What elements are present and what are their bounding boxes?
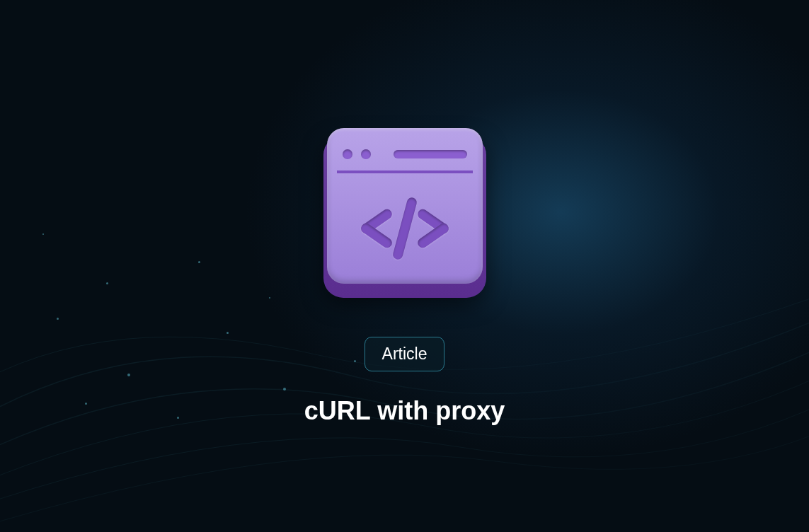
category-badge: Article: [365, 337, 445, 371]
window-header-bar: [337, 138, 473, 173]
main-content: Article cURL with proxy: [0, 0, 809, 532]
code-brackets-symbol: [327, 181, 483, 277]
page-title: cURL with proxy: [304, 396, 505, 426]
code-window-icon: [323, 128, 486, 298]
